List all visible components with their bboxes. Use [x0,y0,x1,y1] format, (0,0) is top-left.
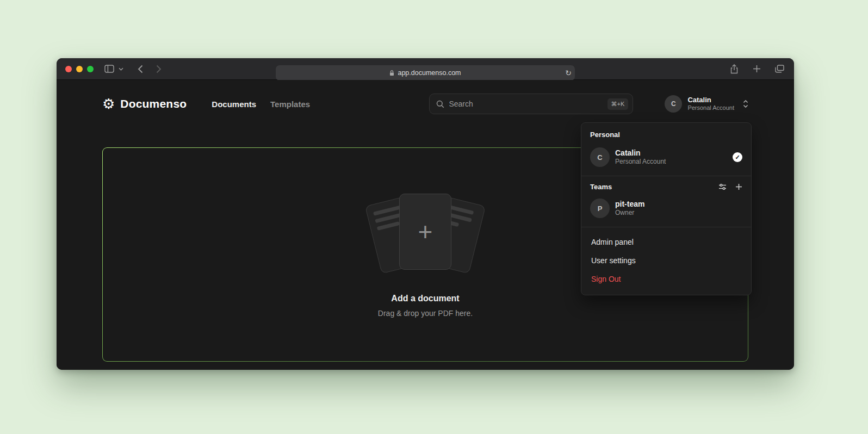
sign-out-menu-item[interactable]: Sign Out [588,270,745,288]
traffic-lights [65,66,94,72]
document-card-front: + [399,194,451,270]
personal-section-label: Personal [588,129,745,144]
add-document-plus-icon: + [418,219,433,244]
share-icon[interactable] [729,63,740,75]
menu-divider [581,227,751,227]
forward-button[interactable] [155,64,163,75]
nav-templates[interactable]: Templates [270,100,310,109]
personal-account-name: Catalin [615,148,666,158]
chevron-up-down-icon [743,100,748,108]
search-icon [436,100,444,108]
account-name: Catalin [687,96,734,104]
manage-teams-icon[interactable] [718,183,727,190]
brand[interactable]: ⚙ Documenso [102,97,187,111]
minimize-window-button[interactable] [76,66,83,72]
brand-name: Documenso [120,97,187,110]
browser-window: app.documenso.com ↻ [57,58,794,370]
dropzone-subtitle: Drag & drop your PDF here. [378,309,473,318]
close-window-button[interactable] [65,66,72,72]
teams-section-label: Teams [590,183,612,191]
nav-documents[interactable]: Documents [212,100,256,109]
stacked-documents-illustration: + [363,191,488,277]
zoom-window-button[interactable] [87,66,94,72]
search-shortcut-badge: ⌘+K [607,98,629,110]
personal-account-subtitle: Personal Account [615,158,666,166]
add-team-plus-icon[interactable] [735,183,742,190]
reload-icon[interactable]: ↻ [565,69,572,77]
teams-section-header: Teams [588,182,745,195]
main-nav: Documents Templates [212,100,310,109]
team-name: pit-team [615,199,644,209]
menu-divider [581,176,751,176]
address-bar[interactable]: app.documenso.com ↻ [276,65,575,80]
dropzone-title: Add a document [391,294,459,303]
documenso-logo-icon: ⚙ [102,97,115,111]
team-avatar: P [590,199,610,218]
admin-panel-menu-item[interactable]: Admin panel [588,233,745,251]
tab-overview-icon[interactable] [774,64,785,74]
back-button[interactable] [137,64,144,75]
personal-account-avatar: C [590,147,610,167]
account-menu-button[interactable]: C Catalin Personal Account [665,95,748,113]
search-box[interactable]: ⌘+K [429,94,633,114]
personal-account-item[interactable]: C Catalin Personal Account ✓ [588,144,745,170]
account-avatar: C [665,95,682,113]
lock-icon [389,70,394,76]
new-tab-plus-icon[interactable] [752,64,762,74]
sidebar-toggle-icon[interactable] [103,64,115,74]
sidebar-chevron-down-icon[interactable] [117,66,125,72]
url-text: app.documenso.com [398,69,461,77]
team-role: Owner [615,209,644,218]
selected-check-icon: ✓ [733,152,742,162]
account-subtitle: Personal Account [687,104,734,112]
search-input[interactable] [449,100,603,108]
app-header: ⚙ Documenso Documents Templates ⌘+K [102,80,748,115]
account-dropdown-menu: Personal C Catalin Personal Account ✓ Te… [581,122,752,295]
team-item[interactable]: P pit-team Owner [588,195,745,221]
documenso-page: ⚙ Documenso Documents Templates ⌘+K [57,80,794,370]
user-settings-menu-item[interactable]: User settings [588,251,745,270]
browser-titlebar[interactable]: app.documenso.com ↻ [57,58,794,80]
